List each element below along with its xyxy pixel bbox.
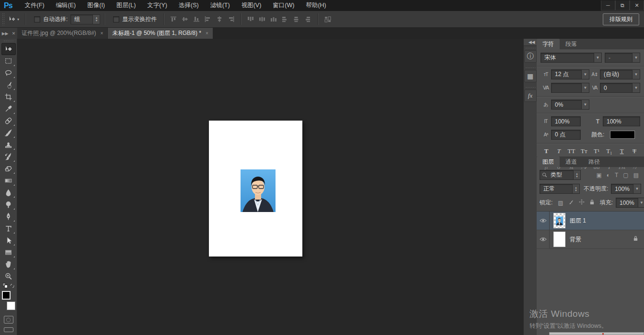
distribute-horizontal-center-icon[interactable]: [291, 14, 302, 24]
collapse-panels-icon[interactable]: ◀◀: [524, 39, 537, 46]
pen-tool[interactable]: [1, 211, 16, 223]
eyedropper-tool[interactable]: [1, 103, 16, 115]
background-color-swatch[interactable]: [7, 302, 15, 310]
faux-italic-button[interactable]: T: [554, 147, 564, 155]
visibility-toggle[interactable]: [537, 212, 550, 230]
align-horizontal-center-icon[interactable]: [214, 14, 225, 24]
kerning-dropdown[interactable]: ▼: [551, 83, 589, 93]
type-filter-icon[interactable]: T: [615, 172, 618, 179]
leading-dropdown[interactable]: (自动) ▼: [600, 69, 640, 79]
restore-button[interactable]: ⧉: [615, 0, 630, 11]
minimize-button[interactable]: ─: [601, 0, 615, 11]
horizontal-scale-field[interactable]: 100%: [603, 116, 640, 126]
tab-paragraph[interactable]: 段落: [560, 39, 583, 49]
strikethrough-button[interactable]: Ŧ: [630, 147, 639, 155]
menu-file[interactable]: 文件(F): [19, 0, 50, 11]
tab-channels[interactable]: 通道: [560, 156, 583, 167]
align-bottom-icon[interactable]: [191, 14, 202, 24]
close-icon[interactable]: ✕: [12, 31, 16, 36]
vertical-scale-field[interactable]: 100%: [551, 116, 581, 126]
menu-view[interactable]: 视图(V): [236, 0, 267, 11]
eraser-tool[interactable]: [1, 163, 16, 175]
spot-healing-brush-tool[interactable]: [1, 115, 16, 127]
blend-mode-dropdown[interactable]: 正常 ▲▼: [540, 184, 580, 194]
tab-close-icon[interactable]: ×: [101, 31, 104, 36]
brush-tool[interactable]: [1, 127, 16, 139]
font-family-dropdown[interactable]: 宋体 ▼: [540, 53, 602, 63]
align-vertical-center-icon[interactable]: [180, 14, 190, 24]
visibility-toggle[interactable]: [537, 230, 550, 248]
id-photo-image[interactable]: [241, 169, 276, 212]
menu-type[interactable]: 文字(Y): [141, 0, 173, 11]
distribute-right-icon[interactable]: [303, 14, 313, 24]
quick-mask-button[interactable]: [4, 316, 13, 324]
baseline-shift-field[interactable]: 0 点: [551, 130, 581, 140]
tracking-dropdown[interactable]: 0 ▼: [600, 83, 640, 93]
lock-all-icon[interactable]: [589, 199, 595, 207]
tab-character[interactable]: 字符: [537, 39, 560, 49]
canvas-area[interactable]: [17, 39, 523, 335]
tool-preset-picker[interactable]: ▾: [6, 15, 21, 23]
all-caps-button[interactable]: TT: [567, 147, 576, 155]
lasso-tool[interactable]: [1, 67, 16, 79]
lock-position-icon[interactable]: [579, 199, 585, 206]
foreground-color-swatch[interactable]: [2, 291, 11, 300]
distribute-left-icon[interactable]: [280, 14, 290, 24]
hand-tool[interactable]: [1, 258, 16, 270]
rectangle-tool[interactable]: [1, 246, 16, 258]
tab-layers[interactable]: 图层: [537, 156, 560, 167]
zoom-tool[interactable]: [1, 270, 16, 282]
fill-dropdown[interactable]: 100% ▼: [616, 198, 644, 208]
align-top-icon[interactable]: [168, 14, 179, 24]
pixel-filter-icon[interactable]: ▣: [596, 172, 601, 179]
type-tool[interactable]: [1, 223, 16, 234]
small-caps-button[interactable]: Tᴛ: [579, 147, 589, 155]
quick-selection-tool[interactable]: [1, 79, 16, 91]
menu-edit[interactable]: 编辑(E): [50, 0, 82, 11]
tsume-dropdown[interactable]: 0% ▼: [551, 100, 589, 110]
font-size-dropdown[interactable]: 12 点 ▼: [551, 69, 589, 79]
layer-filter-dropdown[interactable]: 类型 ▲▼: [540, 170, 581, 180]
shape-filter-icon[interactable]: ▢: [623, 172, 628, 179]
info-panel-icon[interactable]: ⓘ: [524, 50, 537, 63]
gradient-tool[interactable]: [1, 175, 16, 187]
superscript-button[interactable]: T¹: [592, 147, 601, 155]
dodge-tool[interactable]: [1, 199, 16, 211]
underline-button[interactable]: T: [617, 147, 627, 155]
menu-image[interactable]: 图像(I): [81, 0, 111, 11]
tools-panel-header[interactable]: ▶▶ ✕: [0, 28, 17, 39]
path-selection-tool[interactable]: [1, 234, 16, 246]
history-brush-tool[interactable]: [1, 151, 16, 163]
opacity-dropdown[interactable]: 100% ▼: [611, 184, 641, 194]
clone-stamp-tool[interactable]: [1, 139, 16, 151]
layout-rules-button[interactable]: 排版规则: [603, 13, 639, 25]
align-left-icon[interactable]: [203, 14, 213, 24]
close-button[interactable]: ✕: [630, 0, 644, 11]
auto-select-dropdown[interactable]: 组 ▲▼: [70, 14, 100, 24]
lock-transparent-pixels-icon[interactable]: ▨: [558, 200, 563, 206]
document-canvas[interactable]: [209, 121, 302, 257]
styles-panel-icon[interactable]: fx: [524, 89, 537, 102]
layer-thumbnail[interactable]: [553, 232, 565, 247]
faux-bold-button[interactable]: T: [541, 147, 551, 155]
align-right-icon[interactable]: [226, 14, 236, 24]
layer-row-background[interactable]: 背景: [537, 230, 644, 249]
histogram-panel-icon[interactable]: ▦: [524, 70, 537, 82]
layer-row-layer1[interactable]: 图层 1: [537, 212, 644, 230]
distribute-bottom-icon[interactable]: [268, 14, 279, 24]
tab-paths[interactable]: 路径: [583, 156, 606, 167]
menu-help[interactable]: 帮助(H): [300, 0, 332, 11]
move-tool[interactable]: [1, 43, 16, 55]
distribute-top-icon[interactable]: [245, 14, 256, 24]
auto-select-checkbox[interactable]: [34, 16, 40, 22]
blur-tool[interactable]: [1, 187, 16, 199]
text-color-swatch[interactable]: [610, 131, 635, 139]
layer-thumbnail[interactable]: [553, 213, 565, 228]
layer-name[interactable]: 背景: [570, 235, 581, 244]
smart-object-filter-icon[interactable]: ▤: [633, 172, 639, 179]
show-transform-checkbox[interactable]: [113, 16, 119, 22]
rectangular-marquee-tool[interactable]: [1, 55, 16, 67]
expand-panel-icon[interactable]: ▶▶: [2, 31, 9, 36]
menu-filter[interactable]: 滤镜(T): [205, 0, 236, 11]
tab-close-icon[interactable]: ×: [206, 31, 208, 36]
